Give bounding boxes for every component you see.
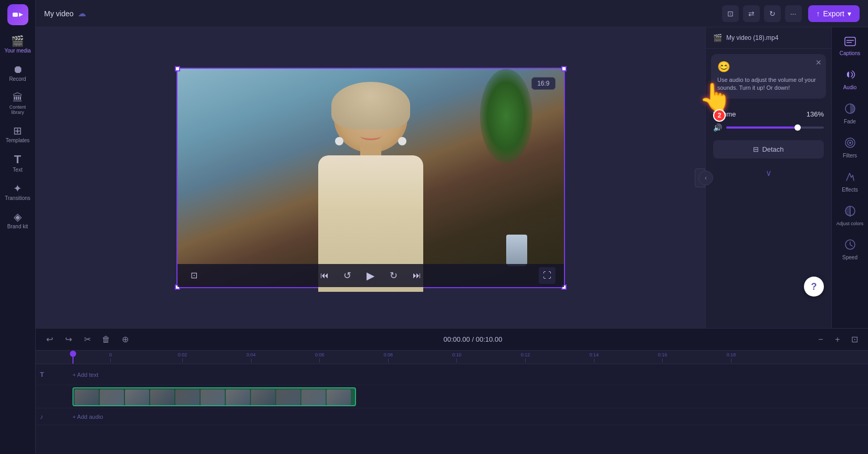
video-clip[interactable]: ⏸ 🔊 bbox=[72, 387, 356, 406]
fr-item-adjust-colors[interactable]: Adjust colors bbox=[833, 200, 867, 231]
left-sidebar: 🎬 Your media ⏺ Record 🏛 Content library … bbox=[0, 0, 36, 454]
ruler-mark-4: 0:08 bbox=[384, 352, 393, 363]
playhead[interactable] bbox=[72, 351, 74, 364]
zoom-in-button[interactable]: + bbox=[830, 332, 845, 347]
detach-button[interactable]: ⊟ Detach bbox=[713, 140, 824, 159]
video-frames bbox=[74, 388, 352, 405]
redo-button[interactable]: ↪ bbox=[61, 332, 76, 347]
frame-4 bbox=[150, 389, 174, 405]
rotate-button[interactable]: ↻ bbox=[764, 5, 781, 22]
export-chevron: ▾ bbox=[848, 9, 851, 18]
tooltip-close-button[interactable]: ✕ bbox=[815, 58, 822, 67]
delete-button[interactable]: 🗑 bbox=[99, 332, 113, 347]
ruler-mark-9: 0:18 bbox=[727, 352, 736, 363]
transitions-icon: ✦ bbox=[13, 183, 22, 194]
fr-item-fade[interactable]: Fade bbox=[833, 98, 867, 130]
frame-9 bbox=[276, 389, 300, 405]
subtitle-toggle[interactable]: ⊡ bbox=[186, 267, 203, 284]
sidebar-item-brand[interactable]: ◈ Brand kit bbox=[2, 207, 34, 234]
rewind-button[interactable]: ↺ bbox=[339, 267, 356, 284]
crop-button[interactable]: ⊡ bbox=[722, 5, 739, 22]
brand-icon: ◈ bbox=[14, 212, 22, 222]
volume-section: Volume 136% 🔊 bbox=[706, 104, 831, 138]
ruler-mark-5: 0:10 bbox=[452, 352, 462, 363]
fr-item-captions[interactable]: Captions bbox=[833, 31, 867, 61]
frame-5 bbox=[175, 389, 200, 405]
adjust-colors-icon bbox=[844, 205, 856, 219]
zoom-out-button[interactable]: − bbox=[813, 332, 828, 347]
more-button[interactable]: ··· bbox=[785, 5, 802, 22]
fit-button[interactable]: ⊡ bbox=[847, 332, 862, 347]
panel-header: 🎬 My video (18).mp4 bbox=[706, 27, 831, 49]
frame-3 bbox=[125, 389, 149, 405]
resize-handle-tr[interactable] bbox=[561, 66, 567, 71]
panel-chevron-down[interactable]: ∨ bbox=[706, 165, 831, 181]
fr-item-filters[interactable]: Filters bbox=[833, 132, 867, 164]
content-library-icon: 🏛 bbox=[13, 92, 23, 103]
video-canvas: 16:9 ⊡ ⏮ ↺ ▶ ↻ ⏭ ⛶ bbox=[36, 27, 705, 328]
volume-slider[interactable] bbox=[726, 126, 824, 129]
frame-6 bbox=[201, 389, 225, 405]
frame-7 bbox=[226, 389, 250, 405]
export-button[interactable]: ↑ Export ▾ bbox=[808, 5, 860, 22]
audio-icon bbox=[844, 69, 856, 83]
volume-icon: 🔊 bbox=[713, 123, 722, 132]
sidebar-item-content-library[interactable]: 🏛 Content library bbox=[2, 88, 34, 119]
file-icon: 🎬 bbox=[713, 34, 722, 42]
frame-1 bbox=[75, 389, 99, 405]
fade-icon bbox=[844, 103, 856, 117]
sidebar-item-record[interactable]: ⏺ Record bbox=[2, 60, 34, 86]
music-note-icon: ♪ bbox=[40, 413, 43, 420]
sidebar-item-your-media[interactable]: 🎬 Your media bbox=[2, 31, 34, 58]
sidebar-item-transitions[interactable]: ✦ Transitions bbox=[2, 179, 34, 205]
volume-fill bbox=[726, 126, 798, 129]
export-icon: ↑ bbox=[817, 9, 820, 18]
sidebar-item-text[interactable]: T Text bbox=[2, 150, 34, 177]
skip-forward-button[interactable]: ⏭ bbox=[409, 267, 425, 284]
play-button[interactable]: ▶ bbox=[362, 267, 379, 284]
zoom-controls: − + ⊡ bbox=[813, 332, 862, 347]
save-status-icon: ☁ bbox=[78, 8, 86, 18]
tooltip-text: Use audio to adjust the volume of your s… bbox=[717, 76, 820, 92]
templates-icon: ⊞ bbox=[13, 125, 22, 136]
forward-button[interactable]: ↻ bbox=[385, 267, 402, 284]
speed-icon bbox=[844, 239, 856, 253]
copy-button[interactable]: ⊕ bbox=[118, 332, 132, 347]
sidebar-item-templates[interactable]: ⊞ Templates bbox=[2, 121, 34, 147]
frame-2 bbox=[100, 389, 124, 405]
project-title: My video ☁ bbox=[44, 8, 86, 18]
add-audio-button[interactable]: + Add audio bbox=[72, 414, 103, 420]
fr-item-audio[interactable]: Audio bbox=[833, 64, 867, 96]
flip-button[interactable]: ⇄ bbox=[743, 5, 760, 22]
help-button[interactable]: ? bbox=[804, 277, 824, 297]
ruler-mark-8: 0:16 bbox=[658, 352, 667, 363]
svg-rect-0 bbox=[13, 13, 18, 17]
fr-item-speed[interactable]: Speed bbox=[833, 234, 867, 266]
svg-point-8 bbox=[849, 142, 851, 144]
video-track-row: ⏸ 🔊 bbox=[36, 385, 868, 408]
svg-rect-2 bbox=[845, 37, 855, 46]
video-frame: 16:9 ⊡ ⏮ ↺ ▶ ↻ ⏭ ⛶ bbox=[176, 68, 565, 288]
fullscreen-button[interactable]: ⛶ bbox=[539, 267, 556, 284]
fr-item-effects[interactable]: Effects bbox=[833, 166, 867, 198]
main-content: My video ☁ ⊡ ⇄ ↻ ··· ↑ Export ▾ bbox=[36, 0, 868, 454]
playback-bar: ⊡ ⏮ ↺ ▶ ↻ ⏭ ⛶ bbox=[177, 264, 564, 287]
chevron-down-icon: ∨ bbox=[766, 168, 772, 178]
record-icon: ⏺ bbox=[13, 64, 23, 75]
undo-button[interactable]: ↩ bbox=[42, 332, 57, 347]
timeline-tracks: T + Add text ⏸ 🔊 bbox=[36, 364, 868, 454]
text-track-content: + Add text bbox=[72, 364, 868, 385]
skip-back-button[interactable]: ⏮ bbox=[316, 267, 333, 284]
canvas-area: 16:9 ⊡ ⏮ ↺ ▶ ↻ ⏭ ⛶ bbox=[36, 27, 868, 328]
ruler-mark-6: 0:12 bbox=[521, 352, 530, 363]
right-panel: ‹ 🎬 My video (18).mp4 ✕ 😊 Use audio to a… bbox=[705, 27, 831, 328]
audio-tooltip: ✕ 😊 Use audio to adjust the volume of yo… bbox=[711, 54, 826, 99]
cut-button[interactable]: ✂ bbox=[80, 332, 95, 347]
far-right-bar: Captions Audio bbox=[831, 27, 868, 328]
panel-collapse-button[interactable]: ‹ bbox=[698, 171, 713, 185]
text-track-icon: T bbox=[40, 371, 44, 378]
add-text-button[interactable]: + Add text bbox=[72, 372, 98, 378]
top-bar: My video ☁ ⊡ ⇄ ↻ ··· ↑ Export ▾ bbox=[36, 0, 868, 27]
resize-handle-tl[interactable] bbox=[175, 66, 180, 71]
detach-icon: ⊟ bbox=[753, 145, 759, 153]
